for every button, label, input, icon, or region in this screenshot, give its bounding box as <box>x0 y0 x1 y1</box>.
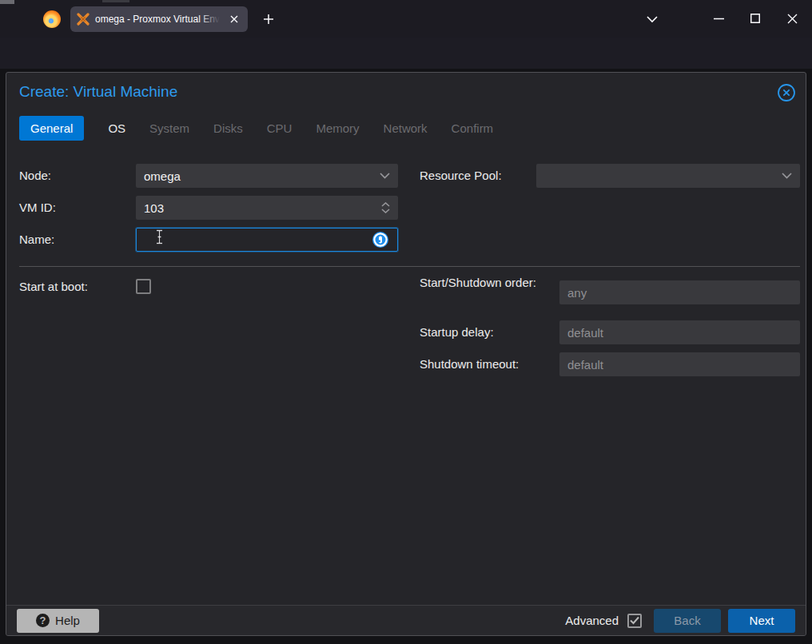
node-label: Node: <box>19 169 51 182</box>
chevron-down-icon <box>782 173 792 179</box>
vmid-label: VM ID: <box>19 201 56 214</box>
dialog-close-icon[interactable] <box>777 83 796 102</box>
start-at-boot-checkbox[interactable] <box>136 279 151 294</box>
wizard-tabs: General OS System Disks CPU Memory Netwo… <box>19 115 493 141</box>
back-button[interactable]: Back <box>654 609 721 633</box>
background-window-sliver <box>102 0 129 2</box>
background-window-sliver <box>0 0 14 4</box>
browser-titlebar: omega - Proxmox Virtual Enviro <box>0 0 812 38</box>
browser-tab[interactable]: omega - Proxmox Virtual Enviro <box>70 6 248 32</box>
tab-close-icon[interactable] <box>227 12 241 26</box>
create-vm-dialog: Create: Virtual Machine General OS Syste… <box>6 72 806 636</box>
tab-disks[interactable]: Disks <box>213 121 243 135</box>
tab-network[interactable]: Network <box>384 121 428 135</box>
onepassword-field-icon[interactable] <box>372 231 389 248</box>
tab-system[interactable]: System <box>149 121 189 135</box>
tab-os[interactable]: OS <box>108 121 125 135</box>
new-tab-icon[interactable] <box>257 8 280 30</box>
tab-list-chevron-icon[interactable] <box>639 8 665 30</box>
check-icon <box>630 616 639 625</box>
minimize-icon[interactable] <box>705 6 732 30</box>
order-label: Start/Shutdown order: <box>420 274 539 291</box>
tab-general[interactable]: General <box>19 116 84 141</box>
name-input[interactable] <box>136 228 398 252</box>
chevron-down-icon <box>380 173 390 179</box>
name-label: Name: <box>19 233 54 246</box>
browser-navbar: https://omega.lab.home:8006/#v1:0:=qemu%… <box>0 38 812 69</box>
delay-input[interactable]: default <box>559 320 800 344</box>
text-cursor-icon <box>155 229 164 244</box>
maximize-icon[interactable] <box>742 6 769 30</box>
dialog-footer: ? Help Advanced Back Next <box>6 605 806 635</box>
window-close-icon[interactable] <box>778 6 806 30</box>
next-button[interactable]: Next <box>728 609 795 633</box>
dialog-title: Create: Virtual Machine <box>19 83 177 101</box>
advanced-checkbox[interactable] <box>627 614 642 628</box>
vmid-spinner[interactable]: 103 <box>136 196 398 220</box>
start-at-boot-label: Start at boot: <box>19 280 88 293</box>
pool-label: Resource Pool: <box>420 169 502 182</box>
browser-window: omega - Proxmox Virtual Enviro <box>0 0 812 644</box>
advanced-label: Advanced <box>565 614 619 627</box>
section-separator <box>19 266 800 267</box>
tab-memory[interactable]: Memory <box>316 121 359 135</box>
firefox-logo <box>43 10 61 28</box>
tab-cpu[interactable]: CPU <box>267 121 293 135</box>
node-select[interactable]: omega <box>136 164 398 188</box>
help-button[interactable]: ? Help <box>17 609 99 633</box>
timeout-label: Shutdown timeout: <box>420 357 519 371</box>
order-input[interactable]: any <box>559 280 800 304</box>
pool-select[interactable] <box>536 164 800 188</box>
tab-title: omega - Proxmox Virtual Enviro <box>95 14 220 25</box>
timeout-input[interactable]: default <box>559 352 800 376</box>
spinner-down-icon[interactable] <box>381 209 390 213</box>
proxmox-favicon-icon <box>77 13 90 26</box>
help-icon: ? <box>36 614 50 627</box>
delay-label: Startup delay: <box>420 325 494 339</box>
spinner-up-icon[interactable] <box>381 202 390 207</box>
tab-confirm[interactable]: Confirm <box>452 121 494 135</box>
